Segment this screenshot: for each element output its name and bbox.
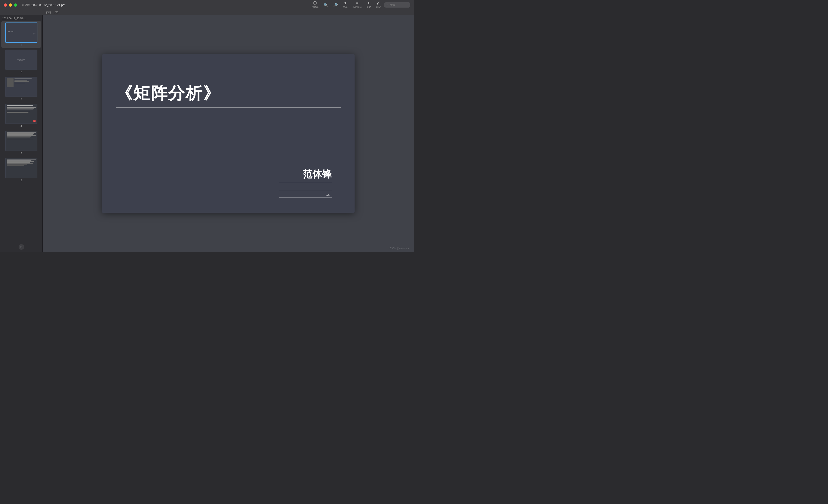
thumb-content-2: 《矩阵分析·相关进度》 相关内容说明 <box>6 50 37 69</box>
display-toggle[interactable]: ⊞ 显示 <box>22 3 30 7</box>
maximize-button[interactable] <box>14 3 17 7</box>
filename-label: 2023-06-12_20-51-21.pdf <box>32 3 65 7</box>
thumb-number-3: 3 <box>20 98 22 100</box>
pdf-page: 《矩阵分析》 范体锋 ✒ <box>102 54 355 213</box>
pen-icon: ✒ <box>325 192 331 199</box>
sidebar-bottom: ⊙ <box>0 244 43 250</box>
annotate-button[interactable]: 🖊 标记 <box>375 0 383 10</box>
page-author-underline <box>279 183 332 183</box>
thumb-number-4: 4 <box>20 125 22 128</box>
thumb1-title: 《矩阵分析》 <box>7 31 14 32</box>
thumbnail-6[interactable]: 6 <box>1 157 41 183</box>
thumb2-content: 相关内容说明 <box>19 60 24 61</box>
scroll-top-button[interactable]: ⊙ <box>18 244 24 250</box>
page-title: 《矩阵分析》 <box>116 84 341 102</box>
thumb-frame-1: 《矩阵分析》 范体锋 <box>5 23 37 43</box>
page-author: 范体锋 <box>303 168 332 181</box>
thumb-content-5 <box>6 131 37 151</box>
watermark-text: CSDN @Wardcode <box>390 247 409 250</box>
thumb-frame-5 <box>5 131 37 151</box>
toolbar: ⓘ 检查器 🔍 🔎 ⬆ 共享 ✏ 高亮显示 ↻ 旋转 🖊 标记 ⌕ <box>310 0 414 10</box>
main-content-area: 《矩阵分析》 范体锋 ✒ CSDN @Wardcode <box>43 15 414 252</box>
inspector-button[interactable]: ⓘ 检查器 <box>310 0 320 10</box>
highlight-button[interactable]: ✏ 高亮显示 <box>351 0 364 10</box>
page-line-3 <box>279 197 332 198</box>
thumb-content-3 <box>6 77 37 96</box>
page-indicator: 页码：1/60 <box>46 11 58 14</box>
minimize-button[interactable] <box>9 3 12 7</box>
share-button[interactable]: ⬆ 共享 <box>341 0 349 10</box>
thumb1-sub: 范体锋 <box>33 33 36 34</box>
rotate-icon: ↻ <box>368 1 371 5</box>
thumb-content-4: ● <box>6 104 37 123</box>
zoom-out-icon: 🔍 <box>324 3 328 7</box>
sidebar-title: 2023-06-12_20-51-... <box>0 15 42 20</box>
rotate-button[interactable]: ↻ 旋转 <box>365 0 373 10</box>
thumb-number-6: 6 <box>20 179 22 182</box>
thumb-content-1: 《矩阵分析》 范体锋 <box>6 23 37 42</box>
close-button[interactable] <box>4 3 7 7</box>
rotate-label: 旋转 <box>367 5 371 9</box>
thumb-number-1: 1 <box>20 44 22 46</box>
subtitlebar: 页码：1/60 <box>0 10 414 15</box>
search-icon: ⌕ <box>386 3 388 7</box>
annotate-label: 标记 <box>376 5 381 9</box>
thumb-frame-4: ● <box>5 104 37 124</box>
thumb-content-6 <box>6 158 37 178</box>
share-icon: ⬆ <box>344 1 347 5</box>
zoom-in-button[interactable]: 🔎 <box>331 2 340 8</box>
thumb-frame-2: 《矩阵分析·相关进度》 相关内容说明 <box>5 50 37 70</box>
highlight-icon: ✏ <box>356 1 359 5</box>
sidebar: 2023-06-12_20-51-... 《矩阵分析》 范体锋 1 《矩阵分析·… <box>0 15 43 252</box>
thumb-frame-3 <box>5 77 37 97</box>
page-title-divider <box>116 107 341 108</box>
inspector-label: 检查器 <box>312 5 319 9</box>
thumbnail-4[interactable]: ● 4 <box>1 102 41 129</box>
zoom-in-icon: 🔎 <box>333 3 338 7</box>
thumb-frame-6 <box>5 158 37 178</box>
thumbnail-1[interactable]: 《矩阵分析》 范体锋 1 <box>1 21 41 48</box>
page-line-2 <box>279 190 332 191</box>
traffic-lights <box>0 3 17 7</box>
search-bar[interactable]: ⌕ <box>384 2 410 8</box>
search-input[interactable] <box>390 3 408 7</box>
zoom-out-button[interactable]: 🔍 <box>322 2 330 8</box>
thumb-number-5: 5 <box>20 152 22 155</box>
thumbnail-2[interactable]: 《矩阵分析·相关进度》 相关内容说明 2 <box>1 48 41 75</box>
annotate-icon: 🖊 <box>377 1 380 5</box>
thumb-number-2: 2 <box>20 71 22 74</box>
highlight-label: 高亮显示 <box>353 5 362 9</box>
thumbnail-5[interactable]: 5 <box>1 129 41 156</box>
thumbnail-3[interactable]: 3 <box>1 75 41 102</box>
grid-icon: ⊞ <box>22 3 24 6</box>
bottom-bar: CSDN @Wardcode <box>85 247 414 250</box>
display-label: 显示 <box>25 3 30 7</box>
titlebar: ⊞ 显示 2023-06-12_20-51-21.pdf ⓘ 检查器 🔍 🔎 ⬆… <box>0 0 414 10</box>
share-label: 共享 <box>343 5 347 9</box>
info-icon: ⓘ <box>313 1 317 5</box>
thumb2-title: 《矩阵分析·相关进度》 <box>16 58 26 60</box>
